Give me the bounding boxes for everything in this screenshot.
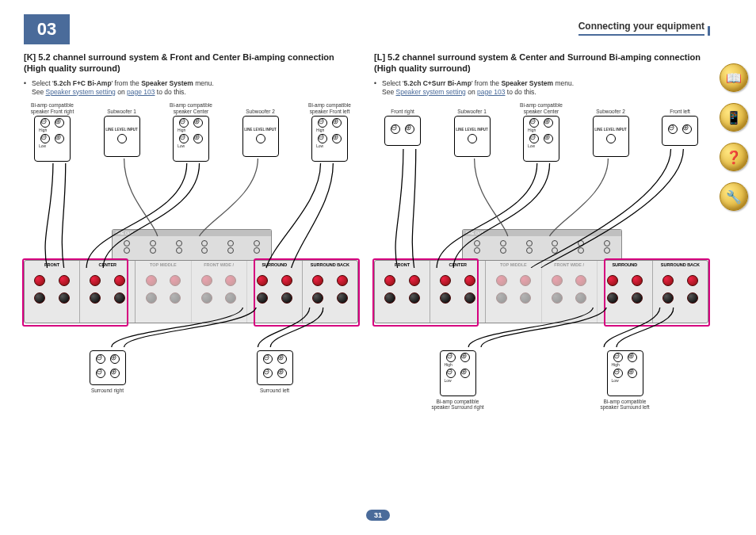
preout-label: PRE OUT (113, 230, 271, 236)
terminal-minus-icon (613, 353, 623, 362)
page-header: 03 Connecting your equipment (24, 14, 708, 44)
rca-jack (256, 134, 265, 143)
speaker: Subwoofer 1LINE LEVEL INPUT (444, 101, 501, 162)
text: ' from the (472, 79, 502, 87)
link-page-103[interactable]: page 103 (477, 88, 505, 96)
preout-jack-t-middle (578, 240, 584, 254)
instruction-l: Select '5.2ch C+Surr Bi-Amp' from the Sp… (374, 79, 708, 97)
terminal-minus-icon (40, 118, 50, 128)
binding-post-icon (90, 292, 101, 304)
rca-jack-icon (500, 240, 506, 246)
terminal-group-front-wide-: FRONT WIDE / (192, 261, 247, 323)
binding-post-icon (34, 275, 45, 286)
terminal-plus-icon (55, 118, 64, 128)
terminal-minus-icon (263, 354, 273, 364)
speaker-label: Bi-amp compatible speaker Surround right (430, 399, 486, 410)
link-speaker-setting[interactable]: Speaker system setting (46, 88, 116, 96)
terminal-label: SURROUND BACK (303, 262, 357, 269)
text: menu. (553, 79, 574, 87)
preout-jack-surround (526, 240, 533, 254)
binding-post-icon (409, 292, 420, 304)
preout-section: PRE OUT (112, 229, 272, 260)
low-label: Low (174, 143, 208, 148)
speaker-label: Bi-amp compatible speaker Front left (301, 101, 358, 114)
speaker: Subwoofer 2LINE LEVEL INPUT (232, 101, 289, 162)
option-name: 5.2ch C+Surr Bi-Amp (404, 79, 472, 87)
binding-post-icon (257, 275, 268, 286)
rca-jack-icon (227, 247, 234, 254)
speaker-terminals: FRONTCENTERTOP MIDDLEFRONT WIDE /SURROUN… (375, 261, 708, 323)
preout-section: PRE OUT (462, 229, 622, 260)
instruction-k: Select '5.2ch F+C Bi-Amp' from the Speak… (24, 79, 358, 97)
speaker-bottom: Surround left (247, 349, 303, 393)
binding-post-icon (607, 275, 618, 286)
rca-jack-icon (124, 240, 130, 246)
remote-icon[interactable]: 📱 (720, 103, 748, 132)
rca-jack-icon (254, 240, 260, 246)
preout-jacks (463, 236, 621, 258)
rca-jack-icon (578, 240, 584, 246)
speaker: Bi-amp compatible speaker Front leftHigh… (301, 101, 358, 162)
speaker: Front left (651, 101, 708, 162)
preout-jack-surr-back (552, 240, 558, 254)
terminal-label: SURROUND (598, 262, 652, 269)
binding-post-icon (409, 275, 420, 286)
rca-jack-icon (176, 240, 182, 246)
text: on (116, 88, 127, 96)
book-icon[interactable]: 📖 (720, 63, 748, 92)
binding-post-icon (687, 275, 698, 286)
subwoofer-box: LINE LEVEL INPUT (454, 116, 491, 157)
terminal-minus-icon (40, 134, 50, 143)
binding-posts-bottom (598, 292, 652, 304)
rca-jack-icon (552, 240, 558, 246)
option-name: 5.2ch F+C Bi-Amp (54, 79, 112, 87)
link-page-103[interactable]: page 103 (127, 88, 155, 96)
terminal-label: FRONT (375, 262, 430, 269)
terminal-plus-icon (628, 369, 637, 378)
terminal-group-surround-back: SURROUND BACK (303, 261, 357, 323)
speaker-label: Front left (651, 101, 708, 114)
terminal-group-front-wide-: FRONT WIDE / (542, 261, 598, 323)
binding-post-icon (312, 292, 323, 304)
terminal-panel-k: PRE OUT FRONTCENTERTOP MIDDLEFRONT WIDE … (24, 260, 358, 323)
link-speaker-setting[interactable]: Speaker system setting (396, 88, 466, 96)
terminal-plus-icon (460, 369, 470, 378)
binding-posts-top (192, 269, 246, 292)
terminal-label: SURROUND (247, 262, 302, 269)
rca-jack-icon (474, 240, 480, 246)
binding-post-icon (312, 275, 323, 286)
binding-post-icon (59, 292, 70, 304)
binding-posts-top (25, 269, 79, 292)
terminal-label: TOP MIDDLE (136, 262, 190, 269)
bottom-speaker-row: Surround rightSurround left (24, 349, 358, 393)
terminal-minus-icon (446, 353, 456, 362)
rca-jack-icon (526, 247, 533, 254)
rca-jack (606, 134, 616, 143)
biamp-speaker-box: HighLow (440, 350, 476, 396)
speaker-bottom: Surround right (80, 349, 136, 393)
subwoofer-box: LINE LEVEL INPUT (104, 116, 140, 157)
low-label: Low (35, 143, 70, 148)
binding-post-icon (464, 275, 475, 286)
help-icon[interactable]: ❓ (720, 143, 748, 171)
terminal-plus-icon (628, 353, 637, 362)
binding-post-icon (496, 275, 507, 286)
terminal-minus-icon (179, 118, 189, 128)
preout-jack-center (150, 240, 156, 254)
binding-post-icon (662, 275, 674, 286)
wrench-icon[interactable]: 🔧 (720, 182, 748, 211)
text: See (382, 88, 396, 96)
text: menu. (193, 79, 214, 87)
manual-page: 03 Connecting your equipment [K] 5.2 cha… (0, 0, 756, 535)
binding-post-icon (632, 275, 643, 286)
preout-jack-center (500, 240, 506, 254)
rca-jack-icon (254, 247, 260, 254)
speaker-box (662, 116, 698, 146)
binding-posts-bottom (653, 292, 708, 304)
terminal-plus-icon (110, 354, 120, 364)
biamp-speaker-box: HighLow (173, 116, 209, 162)
terminal-minus-icon (263, 369, 273, 378)
binding-post-icon (201, 292, 212, 304)
preout-jacks (113, 236, 271, 258)
terminal-label: SURROUND BACK (653, 262, 708, 269)
